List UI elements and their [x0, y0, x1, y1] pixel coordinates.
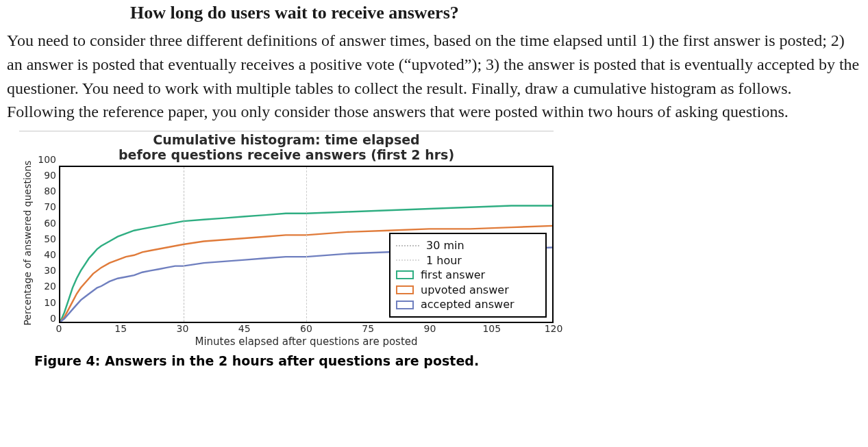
- section-heading: How long do users wait to receive answer…: [130, 3, 861, 23]
- legend-label: accepted answer: [421, 297, 514, 312]
- chart-xlabel: Minutes elapsed after questions are post…: [59, 335, 554, 348]
- chart-yticks: 0102030405060708090100: [36, 163, 59, 323]
- chart-xtick: 105: [482, 323, 501, 334]
- section-body: You need to consider three different def…: [7, 29, 861, 124]
- chart-title-line1: Cumulative histogram: time elapsed: [153, 132, 419, 147]
- legend-label: upvoted answer: [421, 283, 509, 298]
- chart-title-line2: before questions receive answers (first …: [119, 147, 454, 162]
- legend-swatch-box: [396, 301, 414, 309]
- chart-xticks: 0153045607590105120: [59, 323, 554, 335]
- legend-label: 30 min: [426, 238, 464, 253]
- legend-item: accepted answer: [396, 297, 540, 312]
- legend-item: 30 min: [396, 238, 540, 253]
- chart-reference-line: [184, 167, 184, 322]
- chart-xtick: 15: [114, 323, 127, 334]
- chart-legend: 30 min1 hourfirst answerupvoted answerac…: [389, 233, 547, 318]
- chart-xtick: 60: [300, 323, 312, 334]
- legend-swatch-box: [396, 285, 414, 294]
- figure-caption: Figure 4: Answers in the 2 hours after q…: [34, 353, 861, 368]
- legend-label: 1 hour: [426, 253, 462, 268]
- legend-item: upvoted answer: [396, 283, 540, 298]
- legend-label: first answer: [421, 268, 485, 283]
- chart-xtick: 0: [56, 323, 62, 334]
- legend-item: 1 hour: [396, 253, 540, 268]
- chart-title: Cumulative histogram: time elapsed befor…: [19, 133, 554, 163]
- chart-axes: 30 min1 hourfirst answerupvoted answerac…: [59, 166, 554, 323]
- chart-xtick: 75: [362, 323, 374, 334]
- legend-swatch-line: [396, 259, 419, 261]
- chart-ylabel: Percentage of answered questions: [22, 160, 33, 325]
- chart-xtick: 45: [238, 323, 251, 334]
- legend-swatch-line: [396, 245, 419, 246]
- chart-xtick: 30: [177, 323, 189, 334]
- chart-figure: Cumulative histogram: time elapsed befor…: [19, 131, 554, 348]
- chart-reference-line: [306, 167, 307, 322]
- chart-xtick: 90: [424, 323, 436, 334]
- legend-item: first answer: [396, 268, 540, 283]
- chart-xtick: 120: [545, 323, 563, 334]
- legend-swatch-box: [396, 270, 414, 279]
